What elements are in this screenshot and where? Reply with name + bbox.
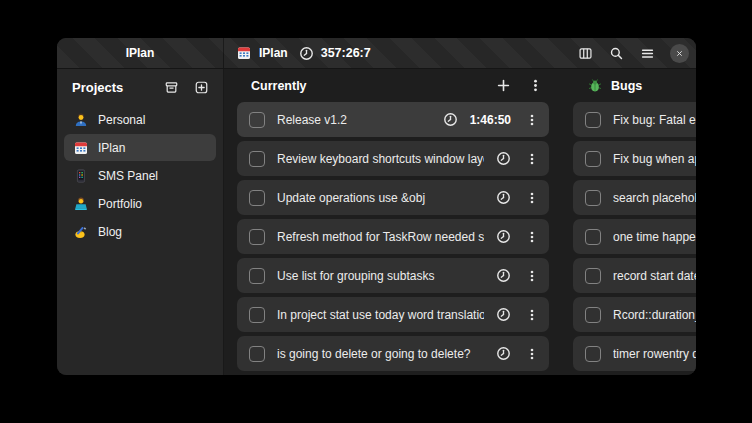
bugs-column-title: Bugs (611, 79, 642, 93)
project-emoji-icon (73, 112, 89, 128)
task-checkbox[interactable] (249, 307, 265, 323)
task-menu-button[interactable] (523, 264, 541, 288)
task-row[interactable]: Release v1.2 1:46:50 (237, 102, 549, 137)
task-row[interactable]: Update operations use &obj (237, 180, 549, 215)
task-checkbox[interactable] (249, 229, 265, 245)
task-checkbox[interactable] (249, 190, 265, 206)
window-close-button[interactable] (670, 44, 689, 63)
task-label: Review keyboard shortcuts window layout (277, 152, 484, 166)
task-checkbox[interactable] (585, 307, 601, 323)
bug-emoji-icon (587, 78, 603, 94)
kebab-menu-icon (525, 308, 539, 322)
project-list: Personal IPlan SMS Panel Portfol (57, 106, 223, 246)
iplan-app-window: IPlan IPlan 357:26:7 Projec (57, 38, 696, 375)
currently-task-list: Release v1.2 1:46:50 Revie (237, 102, 549, 371)
sidebar-project-item[interactable]: IPlan (64, 134, 216, 161)
plus-icon (496, 78, 511, 93)
task-menu-button[interactable] (523, 225, 541, 249)
task-label: search placeholder co (613, 191, 696, 205)
project-label: Portfolio (98, 197, 142, 211)
sidebar-project-item[interactable]: Blog (64, 218, 216, 245)
task-timer-button[interactable] (496, 151, 511, 166)
task-timer-button[interactable] (496, 268, 511, 283)
task-row[interactable]: Refresh method for TaskRow needed sit… (237, 219, 549, 254)
app-title: IPlan (259, 46, 288, 60)
bugs-column-header: Bugs (573, 69, 696, 102)
task-checkbox[interactable] (249, 151, 265, 167)
task-label: Fix bug when app run (613, 152, 696, 166)
task-checkbox[interactable] (249, 268, 265, 284)
search-button[interactable] (604, 41, 628, 65)
new-task-button[interactable] (491, 74, 515, 98)
task-menu-button[interactable] (523, 108, 541, 132)
task-row[interactable]: In project stat use today word translati… (237, 297, 549, 332)
timer-clock-icon (496, 346, 511, 361)
task-menu-button[interactable] (523, 186, 541, 210)
sidebar-project-item[interactable]: Personal (64, 106, 216, 133)
task-timer-button[interactable] (496, 190, 511, 205)
currently-column-title: Currently (251, 79, 307, 93)
timer-clock-icon (496, 229, 511, 244)
plus-square-icon (194, 80, 209, 95)
sidebar-project-item[interactable]: Portfolio (64, 190, 216, 217)
task-row[interactable]: Rcord::duration_disp (573, 297, 696, 332)
task-label: one time happen cras (613, 230, 696, 244)
timer-clock-icon (496, 268, 511, 283)
hamburger-menu-icon (640, 46, 655, 61)
task-timer-value: 1:46:50 (470, 113, 511, 127)
projects-title: Projects (72, 80, 153, 95)
task-menu-button[interactable] (523, 342, 541, 366)
task-row[interactable]: Fix bug when app run (573, 141, 696, 176)
board-view-toggle-button[interactable] (573, 41, 597, 65)
task-label: record start date pick (613, 269, 696, 283)
headerbar: IPlan IPlan 357:26:7 (57, 38, 696, 69)
task-timer-button[interactable] (443, 112, 458, 127)
task-timer-button[interactable] (496, 346, 511, 361)
task-checkbox[interactable] (585, 151, 601, 167)
task-row[interactable]: Use list for grouping subtasks (237, 258, 549, 293)
projects-sidebar: Projects Personal IPlan (57, 69, 224, 375)
close-icon (675, 49, 684, 58)
kebab-menu-icon (528, 78, 543, 93)
window-body: Projects Personal IPlan (57, 69, 696, 375)
content-headerbar: IPlan 357:26:7 (224, 38, 696, 68)
primary-menu-button[interactable] (635, 41, 659, 65)
currently-column-menu-button[interactable] (523, 74, 547, 98)
task-checkbox[interactable] (585, 346, 601, 362)
timer-clock-icon (496, 307, 511, 322)
task-row[interactable]: Fix bug: Fatal error wh (573, 102, 696, 137)
total-time-value: 357:26:7 (321, 46, 371, 60)
project-emoji-icon (73, 140, 89, 156)
task-row[interactable]: is going to delete or going to delete? (237, 336, 549, 371)
project-emoji-icon (73, 196, 89, 212)
task-checkbox[interactable] (585, 229, 601, 245)
task-checkbox[interactable] (585, 190, 601, 206)
task-checkbox[interactable] (585, 112, 601, 128)
task-timer-button[interactable] (496, 307, 511, 322)
task-checkbox[interactable] (249, 112, 265, 128)
task-row[interactable]: Review keyboard shortcuts window layout (237, 141, 549, 176)
project-label: SMS Panel (98, 169, 158, 183)
projects-sidebar-header: Projects (57, 69, 223, 106)
task-row[interactable]: search placeholder co (573, 180, 696, 215)
kebab-menu-icon (525, 347, 539, 361)
task-menu-button[interactable] (523, 147, 541, 171)
task-checkbox[interactable] (249, 346, 265, 362)
new-project-button[interactable] (189, 76, 213, 100)
task-menu-button[interactable] (523, 303, 541, 327)
task-row[interactable]: one time happen cras (573, 219, 696, 254)
project-board: Currently Release v1.2 (224, 69, 696, 375)
timer-clock-icon (496, 151, 511, 166)
task-label: Fix bug: Fatal error wh (613, 113, 696, 127)
project-label: Personal (98, 113, 145, 127)
project-label: IPlan (98, 141, 125, 155)
archived-projects-button[interactable] (159, 76, 183, 100)
task-label: timer rowentry dont (613, 347, 696, 361)
sidebar-project-item[interactable]: SMS Panel (64, 162, 216, 189)
task-timer-button[interactable] (496, 229, 511, 244)
project-emoji-icon (73, 224, 89, 240)
task-row[interactable]: timer rowentry dont (573, 336, 696, 371)
task-checkbox[interactable] (585, 268, 601, 284)
task-row[interactable]: record start date pick (573, 258, 696, 293)
timer-clock-icon (443, 112, 458, 127)
